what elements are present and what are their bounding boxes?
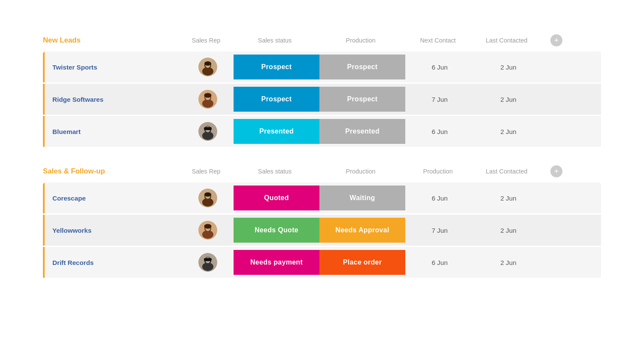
col-header-new-leads-2: Production bbox=[318, 37, 404, 44]
svg-point-22 bbox=[202, 230, 213, 239]
col-header-new-leads-0: Sales Rep bbox=[180, 37, 232, 44]
avatar bbox=[198, 221, 217, 240]
svg-point-17 bbox=[202, 198, 213, 207]
col-header-new-leads-1: Sales status bbox=[232, 37, 318, 44]
col-header-sales-followup-2: Production bbox=[318, 168, 404, 175]
sales-status-badge[interactable]: Presented bbox=[234, 119, 319, 144]
avatar bbox=[198, 253, 217, 272]
next-contact-cell: 6 Jun bbox=[405, 128, 474, 135]
next-contact-cell: 6 Jun bbox=[405, 64, 474, 71]
production-status-cell[interactable]: Prospect bbox=[319, 52, 405, 82]
table-row: Corescape QuotedWaiting6 Jun2 Jun bbox=[43, 183, 601, 213]
avatar-cell bbox=[182, 253, 234, 272]
section-sales-followup: Sales & Follow-upSales RepSales statusPr… bbox=[43, 165, 601, 279]
sales-status-cell[interactable]: Prospect bbox=[234, 52, 319, 82]
sales-status-cell[interactable]: Presented bbox=[234, 116, 319, 147]
avatar-cell bbox=[182, 122, 234, 141]
avatar-cell bbox=[182, 58, 234, 76]
company-name[interactable]: Twister Sports bbox=[45, 64, 182, 71]
production-status-cell[interactable]: Prospect bbox=[319, 84, 405, 115]
col-header-sales-followup-4: Last Contacted bbox=[472, 168, 541, 175]
avatar bbox=[198, 90, 217, 109]
avatar-cell bbox=[182, 189, 234, 207]
sales-status-cell[interactable]: Needs payment bbox=[234, 247, 319, 278]
table-row: Twister Sports ProspectProspect6 Jun2 Ju… bbox=[43, 52, 601, 82]
sales-status-cell[interactable]: Prospect bbox=[234, 84, 319, 115]
col-header-sales-followup-3: Production bbox=[404, 168, 472, 175]
sales-status-badge[interactable]: Prospect bbox=[234, 87, 319, 112]
next-contact-cell: 6 Jun bbox=[405, 195, 474, 202]
svg-rect-14 bbox=[204, 127, 212, 130]
sales-status-badge[interactable]: Prospect bbox=[234, 55, 319, 79]
svg-point-27 bbox=[202, 262, 213, 271]
col-header-sales-followup-0: Sales Rep bbox=[180, 168, 232, 175]
section-title-new-leads: New Leads bbox=[43, 36, 180, 45]
last-contacted-cell: 2 Jun bbox=[474, 96, 543, 103]
svg-point-9 bbox=[204, 93, 212, 98]
table-body-new-leads: Twister Sports ProspectProspect6 Jun2 Ju… bbox=[43, 52, 601, 148]
svg-point-12 bbox=[202, 131, 213, 140]
last-contacted-cell: 2 Jun bbox=[474, 64, 543, 71]
avatar-cell bbox=[182, 90, 234, 109]
col-header-new-leads-3: Next Contact bbox=[404, 37, 472, 44]
production-status-badge[interactable]: Prospect bbox=[319, 87, 405, 112]
sales-status-badge[interactable]: Needs payment bbox=[234, 250, 319, 275]
production-status-cell[interactable]: Needs Approval bbox=[319, 215, 405, 246]
col-header-sales-followup-1: Sales status bbox=[232, 168, 318, 175]
sales-status-cell[interactable]: Needs Quote bbox=[234, 215, 319, 246]
avatar bbox=[198, 58, 217, 76]
next-contact-cell: 6 Jun bbox=[405, 259, 474, 266]
company-name[interactable]: Drift Records bbox=[45, 259, 182, 266]
company-name[interactable]: Bluemart bbox=[45, 128, 182, 135]
company-name[interactable]: Corescape bbox=[45, 195, 182, 202]
svg-point-24 bbox=[204, 224, 212, 229]
production-status-badge[interactable]: Waiting bbox=[319, 186, 405, 210]
next-contact-cell: 7 Jun bbox=[405, 227, 474, 234]
table-body-sales-followup: Corescape QuotedWaiting6 Jun2 JunYelloww… bbox=[43, 183, 601, 279]
svg-rect-29 bbox=[204, 258, 212, 261]
svg-point-2 bbox=[202, 67, 213, 76]
sales-status-cell[interactable]: Quoted bbox=[234, 183, 319, 213]
last-contacted-cell: 2 Jun bbox=[474, 259, 543, 266]
section-header-new-leads: New LeadsSales RepSales statusProduction… bbox=[43, 34, 601, 49]
avatar bbox=[198, 122, 217, 141]
avatar bbox=[198, 189, 217, 207]
company-name[interactable]: Ridge Softwares bbox=[45, 96, 182, 103]
table-row: Yellowworks Needs QuoteNeeds Approval7 J… bbox=[43, 215, 601, 246]
last-contacted-cell: 2 Jun bbox=[474, 227, 543, 234]
section-title-sales-followup: Sales & Follow-up bbox=[43, 167, 180, 176]
production-status-badge[interactable]: Needs Approval bbox=[319, 218, 405, 243]
table-row: Ridge Softwares ProspectProspect7 Jun2 J… bbox=[43, 84, 601, 115]
production-status-badge[interactable]: Prospect bbox=[319, 55, 405, 79]
add-button-new-leads[interactable]: + bbox=[550, 34, 562, 46]
section-header-sales-followup: Sales & Follow-upSales RepSales statusPr… bbox=[43, 165, 601, 180]
next-contact-cell: 7 Jun bbox=[405, 96, 474, 103]
svg-point-7 bbox=[202, 99, 213, 108]
production-status-cell[interactable]: Presented bbox=[319, 116, 405, 147]
svg-point-4 bbox=[204, 61, 211, 66]
last-contacted-cell: 2 Jun bbox=[474, 195, 543, 202]
company-name[interactable]: Yellowworks bbox=[45, 227, 182, 234]
table-row: Drift Records Needs paymentPlace order6 … bbox=[43, 247, 601, 278]
section-new-leads: New LeadsSales RepSales statusProduction… bbox=[43, 34, 601, 148]
sales-status-badge[interactable]: Needs Quote bbox=[234, 218, 319, 243]
svg-point-19 bbox=[204, 192, 211, 197]
production-status-cell[interactable]: Waiting bbox=[319, 183, 405, 213]
production-status-cell[interactable]: Place order bbox=[319, 247, 405, 278]
add-button-sales-followup[interactable]: + bbox=[550, 165, 562, 177]
col-header-new-leads-4: Last Contacted bbox=[472, 37, 541, 44]
table-row: Bluemart PresentedPresented6 Jun2 Jun bbox=[43, 116, 601, 147]
sales-status-badge[interactable]: Quoted bbox=[234, 186, 319, 210]
production-status-badge[interactable]: Place order bbox=[319, 250, 405, 275]
production-status-badge[interactable]: Presented bbox=[319, 119, 405, 144]
last-contacted-cell: 2 Jun bbox=[474, 128, 543, 135]
avatar-cell bbox=[182, 221, 234, 240]
